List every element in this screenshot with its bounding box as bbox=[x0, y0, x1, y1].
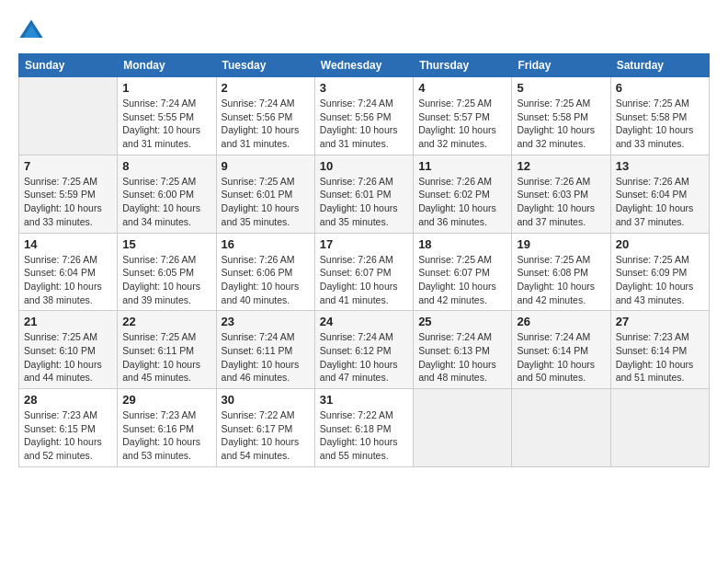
day-info: Sunrise: 7:24 AM Sunset: 6:12 PM Dayligh… bbox=[320, 330, 408, 385]
calendar-cell: 21Sunrise: 7:25 AM Sunset: 6:10 PM Dayli… bbox=[19, 311, 118, 389]
day-number: 26 bbox=[517, 315, 605, 328]
calendar-cell: 4Sunrise: 7:25 AM Sunset: 5:57 PM Daylig… bbox=[414, 77, 512, 155]
day-info: Sunrise: 7:25 AM Sunset: 6:11 PM Dayligh… bbox=[122, 330, 210, 385]
weekday-header-tuesday: Tuesday bbox=[216, 54, 314, 77]
calendar-cell: 22Sunrise: 7:25 AM Sunset: 6:11 PM Dayli… bbox=[118, 311, 216, 389]
calendar-cell bbox=[610, 389, 709, 467]
calendar-cell: 15Sunrise: 7:26 AM Sunset: 6:05 PM Dayli… bbox=[118, 233, 216, 311]
day-number: 10 bbox=[320, 159, 408, 173]
day-number: 3 bbox=[320, 81, 408, 95]
day-info: Sunrise: 7:25 AM Sunset: 5:58 PM Dayligh… bbox=[517, 97, 605, 151]
calendar-cell: 16Sunrise: 7:26 AM Sunset: 6:06 PM Dayli… bbox=[216, 233, 314, 311]
day-number: 6 bbox=[616, 81, 704, 95]
day-info: Sunrise: 7:24 AM Sunset: 6:13 PM Dayligh… bbox=[418, 330, 506, 385]
day-info: Sunrise: 7:22 AM Sunset: 6:17 PM Dayligh… bbox=[222, 408, 310, 463]
day-info: Sunrise: 7:24 AM Sunset: 5:56 PM Dayligh… bbox=[222, 97, 310, 151]
day-number: 9 bbox=[222, 159, 310, 173]
day-info: Sunrise: 7:26 AM Sunset: 6:05 PM Dayligh… bbox=[122, 253, 210, 307]
day-info: Sunrise: 7:26 AM Sunset: 6:07 PM Dayligh… bbox=[320, 253, 408, 307]
calendar-cell: 3Sunrise: 7:24 AM Sunset: 5:56 PM Daylig… bbox=[314, 77, 413, 155]
calendar-cell: 28Sunrise: 7:23 AM Sunset: 6:15 PM Dayli… bbox=[19, 389, 118, 467]
calendar-cell: 14Sunrise: 7:26 AM Sunset: 6:04 PM Dayli… bbox=[19, 233, 118, 311]
calendar-cell: 31Sunrise: 7:22 AM Sunset: 6:18 PM Dayli… bbox=[314, 389, 413, 467]
day-info: Sunrise: 7:25 AM Sunset: 6:08 PM Dayligh… bbox=[517, 253, 605, 307]
day-number: 22 bbox=[122, 315, 210, 328]
day-info: Sunrise: 7:25 AM Sunset: 6:10 PM Dayligh… bbox=[24, 330, 112, 385]
day-number: 27 bbox=[616, 315, 704, 328]
day-number: 21 bbox=[24, 315, 112, 328]
calendar-cell: 29Sunrise: 7:23 AM Sunset: 6:16 PM Dayli… bbox=[118, 389, 216, 467]
calendar-week-row: 1Sunrise: 7:24 AM Sunset: 5:55 PM Daylig… bbox=[19, 77, 710, 155]
day-info: Sunrise: 7:26 AM Sunset: 6:06 PM Dayligh… bbox=[222, 253, 310, 307]
calendar-cell: 18Sunrise: 7:25 AM Sunset: 6:07 PM Dayli… bbox=[414, 233, 512, 311]
calendar-week-row: 14Sunrise: 7:26 AM Sunset: 6:04 PM Dayli… bbox=[19, 233, 710, 311]
logo-icon bbox=[18, 18, 44, 44]
calendar-cell: 10Sunrise: 7:26 AM Sunset: 6:01 PM Dayli… bbox=[314, 155, 413, 233]
calendar-cell: 26Sunrise: 7:24 AM Sunset: 6:14 PM Dayli… bbox=[512, 311, 610, 389]
calendar-week-row: 21Sunrise: 7:25 AM Sunset: 6:10 PM Dayli… bbox=[19, 311, 710, 389]
weekday-header-monday: Monday bbox=[118, 54, 216, 77]
calendar-cell: 27Sunrise: 7:23 AM Sunset: 6:14 PM Dayli… bbox=[610, 311, 709, 389]
day-number: 4 bbox=[418, 81, 506, 95]
day-info: Sunrise: 7:25 AM Sunset: 5:59 PM Dayligh… bbox=[24, 175, 112, 229]
day-info: Sunrise: 7:25 AM Sunset: 6:00 PM Dayligh… bbox=[122, 175, 210, 229]
page-header bbox=[18, 18, 710, 44]
day-number: 29 bbox=[122, 393, 210, 407]
day-info: Sunrise: 7:25 AM Sunset: 6:09 PM Dayligh… bbox=[616, 253, 704, 307]
calendar-week-row: 28Sunrise: 7:23 AM Sunset: 6:15 PM Dayli… bbox=[19, 389, 710, 467]
day-info: Sunrise: 7:24 AM Sunset: 5:56 PM Dayligh… bbox=[320, 97, 408, 151]
calendar-cell: 8Sunrise: 7:25 AM Sunset: 6:00 PM Daylig… bbox=[118, 155, 216, 233]
day-info: Sunrise: 7:25 AM Sunset: 5:58 PM Dayligh… bbox=[616, 97, 704, 151]
day-number: 19 bbox=[517, 237, 605, 251]
calendar-cell bbox=[19, 77, 118, 155]
calendar-cell: 7Sunrise: 7:25 AM Sunset: 5:59 PM Daylig… bbox=[19, 155, 118, 233]
day-number: 5 bbox=[517, 81, 605, 95]
day-number: 13 bbox=[616, 159, 704, 173]
day-info: Sunrise: 7:25 AM Sunset: 6:07 PM Dayligh… bbox=[418, 253, 506, 307]
calendar-cell: 2Sunrise: 7:24 AM Sunset: 5:56 PM Daylig… bbox=[216, 77, 314, 155]
day-info: Sunrise: 7:23 AM Sunset: 6:14 PM Dayligh… bbox=[616, 330, 704, 385]
calendar-cell: 9Sunrise: 7:25 AM Sunset: 6:01 PM Daylig… bbox=[216, 155, 314, 233]
calendar-cell: 23Sunrise: 7:24 AM Sunset: 6:11 PM Dayli… bbox=[216, 311, 314, 389]
day-number: 20 bbox=[616, 237, 704, 251]
day-number: 18 bbox=[418, 237, 506, 251]
day-number: 2 bbox=[222, 81, 310, 95]
day-number: 17 bbox=[320, 237, 408, 251]
day-number: 15 bbox=[122, 237, 210, 251]
calendar-cell: 17Sunrise: 7:26 AM Sunset: 6:07 PM Dayli… bbox=[314, 233, 413, 311]
calendar-cell: 12Sunrise: 7:26 AM Sunset: 6:03 PM Dayli… bbox=[512, 155, 610, 233]
calendar-cell: 24Sunrise: 7:24 AM Sunset: 6:12 PM Dayli… bbox=[314, 311, 413, 389]
calendar-cell: 19Sunrise: 7:25 AM Sunset: 6:08 PM Dayli… bbox=[512, 233, 610, 311]
calendar-cell: 30Sunrise: 7:22 AM Sunset: 6:17 PM Dayli… bbox=[216, 389, 314, 467]
day-info: Sunrise: 7:26 AM Sunset: 6:03 PM Dayligh… bbox=[517, 175, 605, 229]
calendar-cell: 13Sunrise: 7:26 AM Sunset: 6:04 PM Dayli… bbox=[610, 155, 709, 233]
calendar-cell: 11Sunrise: 7:26 AM Sunset: 6:02 PM Dayli… bbox=[414, 155, 512, 233]
day-number: 25 bbox=[418, 315, 506, 328]
day-info: Sunrise: 7:24 AM Sunset: 6:14 PM Dayligh… bbox=[517, 330, 605, 385]
calendar-cell: 6Sunrise: 7:25 AM Sunset: 5:58 PM Daylig… bbox=[610, 77, 709, 155]
day-number: 30 bbox=[222, 393, 310, 407]
calendar-cell: 25Sunrise: 7:24 AM Sunset: 6:13 PM Dayli… bbox=[414, 311, 512, 389]
day-info: Sunrise: 7:26 AM Sunset: 6:04 PM Dayligh… bbox=[616, 175, 704, 229]
day-info: Sunrise: 7:26 AM Sunset: 6:04 PM Dayligh… bbox=[24, 253, 112, 307]
day-info: Sunrise: 7:24 AM Sunset: 5:55 PM Dayligh… bbox=[122, 97, 210, 151]
day-info: Sunrise: 7:23 AM Sunset: 6:16 PM Dayligh… bbox=[122, 408, 210, 463]
day-info: Sunrise: 7:26 AM Sunset: 6:01 PM Dayligh… bbox=[320, 175, 408, 229]
day-info: Sunrise: 7:26 AM Sunset: 6:02 PM Dayligh… bbox=[418, 175, 506, 229]
day-number: 14 bbox=[24, 237, 112, 251]
day-number: 11 bbox=[418, 159, 506, 173]
calendar-cell bbox=[512, 389, 610, 467]
calendar-cell: 1Sunrise: 7:24 AM Sunset: 5:55 PM Daylig… bbox=[118, 77, 216, 155]
weekday-header-row: SundayMondayTuesdayWednesdayThursdayFrid… bbox=[19, 54, 710, 77]
day-number: 31 bbox=[320, 393, 408, 407]
calendar-cell: 20Sunrise: 7:25 AM Sunset: 6:09 PM Dayli… bbox=[610, 233, 709, 311]
day-number: 12 bbox=[517, 159, 605, 173]
calendar-table: SundayMondayTuesdayWednesdayThursdayFrid… bbox=[18, 53, 710, 467]
calendar-cell bbox=[414, 389, 512, 467]
calendar-week-row: 7Sunrise: 7:25 AM Sunset: 5:59 PM Daylig… bbox=[19, 155, 710, 233]
weekday-header-thursday: Thursday bbox=[414, 54, 512, 77]
weekday-header-saturday: Saturday bbox=[610, 54, 709, 77]
day-number: 28 bbox=[24, 393, 112, 407]
day-info: Sunrise: 7:24 AM Sunset: 6:11 PM Dayligh… bbox=[222, 330, 310, 385]
weekday-header-sunday: Sunday bbox=[19, 54, 118, 77]
